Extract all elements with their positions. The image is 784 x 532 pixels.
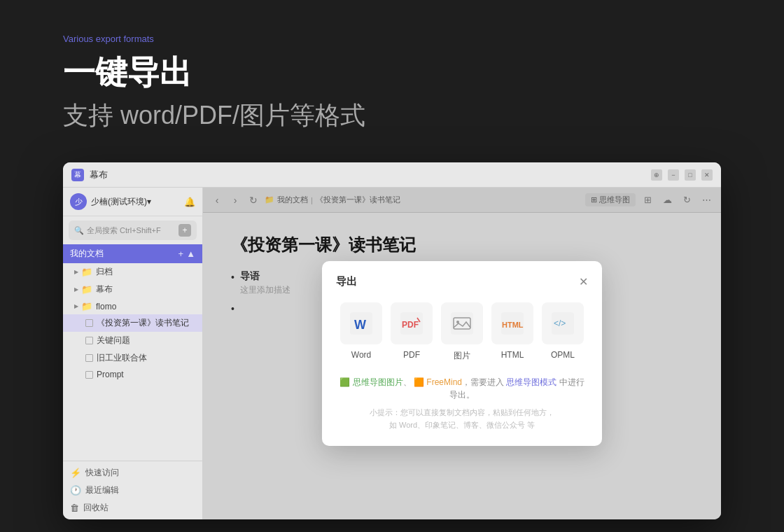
folder-icon: 📁 bbox=[81, 284, 92, 295]
main-content: 少 少楠(测试环境)▾ 🔔 🔍 全局搜索 Ctrl+Shift+F + 我的文档… bbox=[63, 188, 721, 519]
tip-line-2: 如 Word、印象笔记、博客、微信公众号 等 bbox=[336, 419, 588, 432]
svg-text:W: W bbox=[354, 318, 366, 332]
export-formats: W Word PDF bbox=[336, 302, 588, 362]
doc-icon bbox=[85, 354, 93, 362]
doc-label: 《投资第一课》读书笔记 bbox=[97, 317, 189, 329]
sidebar-item-flomo[interactable]: ▶ 📁 flomo bbox=[63, 298, 202, 314]
add-button[interactable]: + bbox=[178, 224, 191, 237]
triangle-icon: ▶ bbox=[74, 303, 78, 309]
mindmap-mode-link[interactable]: 思维导图模式 bbox=[506, 377, 556, 387]
mindmap-note-green: 🟩 思维导图图片 bbox=[340, 377, 402, 387]
maximize-button[interactable]: □ bbox=[685, 169, 696, 181]
quick-access-label: 快速访问 bbox=[85, 467, 119, 479]
add-doc-button[interactable]: + bbox=[178, 248, 184, 259]
mindmap-note-orange: 🟧 FreeMind bbox=[414, 377, 462, 387]
trash-icon: 🗑 bbox=[70, 503, 79, 513]
word-icon: W bbox=[340, 302, 382, 344]
sidebar-item-archive[interactable]: ▶ 📁 归档 bbox=[63, 263, 202, 281]
format-opml[interactable]: </> OPML bbox=[542, 302, 584, 362]
tip-line-1: 小提示：您可以直接复制文档内容，粘贴到任何地方， bbox=[336, 407, 588, 419]
app-icon: 幕 bbox=[71, 169, 84, 181]
opml-label: OPML bbox=[551, 350, 575, 360]
quick-access-item[interactable]: ⚡ 快速访问 bbox=[63, 464, 202, 482]
html-label: HTML bbox=[501, 350, 524, 360]
html-icon: HTML bbox=[491, 302, 533, 344]
main-title: 一键导出 bbox=[63, 51, 721, 94]
clock-icon: 🕐 bbox=[70, 485, 81, 496]
my-docs-label: 我的文档 bbox=[70, 248, 104, 260]
search-icon: 🔍 bbox=[74, 226, 84, 235]
triangle-icon: ▶ bbox=[74, 269, 78, 275]
minimize-button[interactable]: − bbox=[668, 169, 679, 181]
window-title: 幕布 bbox=[90, 169, 645, 181]
sidebar-item-key-questions[interactable]: 关键问题 bbox=[63, 332, 202, 349]
recent-edit-label: 最近编辑 bbox=[85, 484, 119, 496]
bell-icon[interactable]: 🔔 bbox=[184, 197, 195, 207]
doc-label: 旧工业联合体 bbox=[97, 352, 147, 364]
folder-label: 幕布 bbox=[96, 284, 113, 295]
dialog-close-button[interactable]: ✕ bbox=[579, 275, 588, 288]
sub-title: 支持 word/PDF/图片等格式 bbox=[63, 99, 721, 133]
image-label: 图片 bbox=[454, 350, 470, 362]
trash-label: 回收站 bbox=[83, 502, 108, 514]
format-pdf[interactable]: PDF PDF bbox=[391, 302, 433, 362]
folder-icon: 📁 bbox=[81, 267, 92, 277]
avatar: 少 bbox=[70, 193, 87, 210]
sidebar-item-industrial[interactable]: 旧工业联合体 bbox=[63, 349, 202, 367]
sidebar-item-investment[interactable]: 《投资第一课》读书笔记 bbox=[63, 314, 202, 332]
user-section[interactable]: 少 少楠(测试环境)▾ 🔔 bbox=[63, 188, 202, 216]
dialog-title: 导出 bbox=[336, 275, 357, 288]
format-image[interactable]: 图片 bbox=[441, 302, 483, 362]
search-bar[interactable]: 🔍 全局搜索 Ctrl+Shift+F + bbox=[69, 220, 197, 240]
folder-icon: 📁 bbox=[81, 301, 92, 312]
svg-rect-4 bbox=[451, 312, 473, 335]
sidebar: 少 少楠(测试环境)▾ 🔔 🔍 全局搜索 Ctrl+Shift+F + 我的文档… bbox=[63, 188, 203, 519]
svg-text:PDF: PDF bbox=[402, 320, 419, 330]
word-label: Word bbox=[351, 350, 371, 360]
recent-edit-item[interactable]: 🕐 最近编辑 bbox=[63, 482, 202, 499]
pin-button[interactable]: ⊕ bbox=[651, 169, 662, 181]
format-word[interactable]: W Word bbox=[340, 302, 382, 362]
format-html[interactable]: HTML HTML bbox=[491, 302, 533, 362]
triangle-icon: ▶ bbox=[74, 286, 78, 293]
collapse-button[interactable]: ▲ bbox=[186, 248, 195, 259]
trash-item[interactable]: 🗑 回收站 bbox=[63, 499, 202, 517]
sidebar-item-mubu[interactable]: ▶ 📁 幕布 bbox=[63, 281, 202, 298]
right-content: ‹ › ↻ 📁 我的文档 | 《投资第一课》读书笔记 ⊞ 思维导图 ⊞ ☁ ↻ … bbox=[203, 188, 721, 519]
pdf-icon: PDF bbox=[391, 302, 433, 344]
doc-label: Prompt bbox=[97, 370, 124, 379]
subtitle-label: Various export formats bbox=[63, 34, 721, 44]
doc-label: 关键问题 bbox=[97, 335, 130, 346]
image-icon bbox=[441, 302, 483, 344]
svg-text:</>: </> bbox=[554, 318, 566, 328]
app-window: 幕 幕布 ⊕ − □ ✕ 少 少楠(测试环境)▾ 🔔 🔍 全局搜索 Ctrl+S… bbox=[63, 162, 721, 519]
doc-icon bbox=[85, 319, 93, 327]
doc-icon bbox=[85, 337, 93, 344]
pdf-label: PDF bbox=[403, 350, 420, 360]
opml-icon: </> bbox=[542, 302, 584, 344]
my-docs-section[interactable]: 我的文档 + ▲ bbox=[63, 244, 202, 263]
folder-label: flomo bbox=[96, 302, 116, 312]
dialog-header: 导出 ✕ bbox=[336, 275, 588, 288]
sidebar-item-prompt[interactable]: Prompt bbox=[63, 367, 202, 382]
svg-text:HTML: HTML bbox=[502, 321, 524, 329]
lightning-icon: ⚡ bbox=[70, 468, 81, 478]
section-actions: + ▲ bbox=[178, 248, 195, 259]
window-controls: ⊕ − □ ✕ bbox=[651, 169, 713, 181]
dialog-overlay[interactable]: 导出 ✕ W Word bbox=[203, 188, 721, 519]
dialog-note: 🟩 思维导图图片、 🟧 FreeMind，需要进入 思维导图模式 中进行导出。 bbox=[336, 376, 588, 401]
doc-icon bbox=[85, 371, 93, 379]
close-button[interactable]: ✕ bbox=[701, 169, 713, 181]
dialog-tip: 小提示：您可以直接复制文档内容，粘贴到任何地方， 如 Word、印象笔记、博客、… bbox=[336, 407, 588, 431]
user-name: 少楠(测试环境)▾ bbox=[91, 196, 184, 208]
search-input[interactable]: 全局搜索 Ctrl+Shift+F bbox=[87, 225, 176, 236]
sidebar-footer: ⚡ 快速访问 🕐 最近编辑 🗑 回收站 bbox=[63, 461, 202, 519]
title-bar: 幕 幕布 ⊕ − □ ✕ bbox=[63, 162, 721, 188]
folder-label: 归档 bbox=[96, 266, 113, 278]
export-dialog: 导出 ✕ W Word bbox=[322, 261, 602, 445]
